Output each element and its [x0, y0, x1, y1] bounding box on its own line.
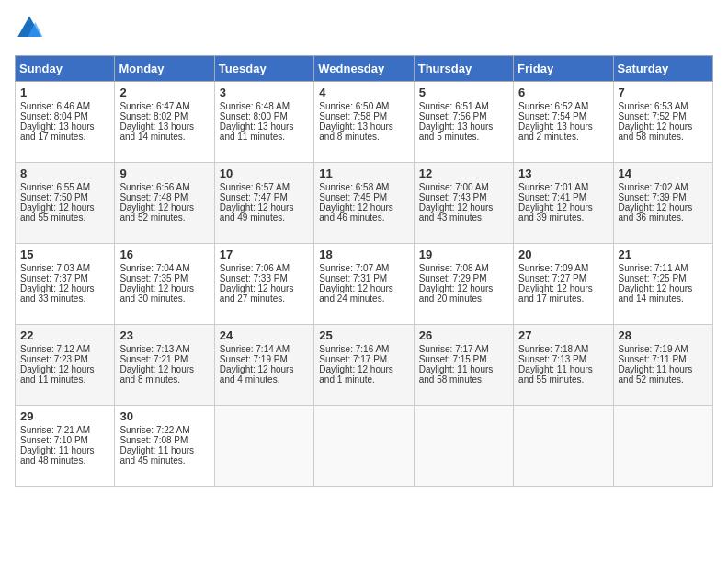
day-number: 2 — [119, 86, 209, 99]
day-info-line: Daylight: 12 hours — [20, 283, 109, 293]
day-number: 20 — [518, 247, 608, 261]
day-info-line: Daylight: 13 hours — [119, 121, 209, 132]
calendar-cell: 13Sunrise: 7:01 AMSunset: 7:41 PMDayligh… — [514, 163, 613, 244]
day-info-line: Sunrise: 6:47 AM — [119, 101, 209, 111]
calendar-cell: 9Sunrise: 6:56 AMSunset: 7:48 PMDaylight… — [115, 163, 214, 244]
calendar-cell: 19Sunrise: 7:08 AMSunset: 7:29 PMDayligh… — [414, 244, 513, 325]
weekday-header: Monday — [115, 56, 214, 82]
day-info-line: and 55 minutes. — [518, 374, 608, 385]
calendar-cell — [314, 406, 414, 487]
day-info-line: Sunrise: 6:52 AM — [518, 101, 608, 111]
weekday-header: Saturday — [613, 56, 712, 82]
day-info-line: Sunrise: 6:55 AM — [20, 182, 109, 192]
day-info-line: Daylight: 12 hours — [619, 121, 708, 132]
day-number: 25 — [319, 328, 408, 342]
calendar-cell: 6Sunrise: 6:52 AMSunset: 7:54 PMDaylight… — [514, 82, 613, 163]
day-info-line: Daylight: 12 hours — [220, 364, 309, 374]
day-info-line: Daylight: 12 hours — [518, 202, 608, 213]
day-number: 16 — [119, 247, 209, 261]
day-info-line: Sunrise: 7:18 AM — [518, 344, 608, 354]
day-number: 30 — [119, 409, 209, 423]
calendar-cell: 26Sunrise: 7:17 AMSunset: 7:15 PMDayligh… — [414, 325, 513, 406]
calendar-cell: 16Sunrise: 7:04 AMSunset: 7:35 PMDayligh… — [115, 244, 214, 325]
day-info-line: Sunrise: 6:48 AM — [220, 101, 309, 111]
day-info-line: Daylight: 12 hours — [419, 283, 508, 293]
day-number: 10 — [220, 167, 309, 180]
day-info-line: Sunset: 7:45 PM — [319, 192, 408, 202]
day-number: 1 — [20, 86, 109, 99]
calendar-cell: 12Sunrise: 7:00 AMSunset: 7:43 PMDayligh… — [414, 163, 513, 244]
day-info-line: Sunset: 7:48 PM — [119, 192, 209, 202]
calendar-table: SundayMondayTuesdayWednesdayThursdayFrid… — [15, 55, 713, 487]
day-info-line: Daylight: 13 hours — [20, 121, 109, 132]
calendar-cell: 3Sunrise: 6:48 AMSunset: 8:00 PMDaylight… — [214, 82, 313, 163]
day-info-line: Sunrise: 7:22 AM — [119, 425, 209, 435]
day-info-line: Sunset: 7:10 PM — [20, 435, 109, 445]
day-info-line: Sunset: 7:41 PM — [518, 192, 608, 202]
calendar-cell: 22Sunrise: 7:12 AMSunset: 7:23 PMDayligh… — [16, 325, 115, 406]
day-info-line: Sunrise: 6:58 AM — [319, 182, 408, 192]
day-info-line: Sunset: 7:19 PM — [220, 354, 309, 364]
day-number: 17 — [220, 247, 309, 261]
day-info-line: and 30 minutes. — [119, 293, 209, 304]
day-info-line: Sunrise: 6:51 AM — [419, 101, 508, 111]
calendar-week-row: 22Sunrise: 7:12 AMSunset: 7:23 PMDayligh… — [16, 325, 713, 406]
calendar-cell: 28Sunrise: 7:19 AMSunset: 7:11 PMDayligh… — [613, 325, 712, 406]
day-number: 11 — [319, 167, 408, 180]
day-info-line: Sunset: 7:31 PM — [319, 273, 408, 283]
day-info-line: Daylight: 12 hours — [619, 202, 708, 213]
calendar-week-row: 1Sunrise: 6:46 AMSunset: 8:04 PMDaylight… — [16, 82, 713, 163]
day-info-line: Daylight: 12 hours — [220, 283, 309, 293]
calendar-cell: 27Sunrise: 7:18 AMSunset: 7:13 PMDayligh… — [514, 325, 613, 406]
day-info-line: Daylight: 12 hours — [518, 283, 608, 293]
day-info-line: Sunset: 7:13 PM — [518, 354, 608, 364]
day-info-line: Sunset: 7:37 PM — [20, 273, 109, 283]
day-info-line: and 14 minutes. — [119, 132, 209, 142]
day-number: 15 — [20, 247, 109, 261]
day-info-line: Daylight: 13 hours — [220, 121, 309, 132]
day-number: 12 — [419, 167, 508, 180]
day-info-line: Sunrise: 7:08 AM — [419, 263, 508, 273]
day-info-line: Daylight: 11 hours — [419, 364, 508, 374]
day-info-line: and 52 minutes. — [119, 213, 209, 223]
calendar-cell — [214, 406, 313, 487]
calendar-cell: 10Sunrise: 6:57 AMSunset: 7:47 PMDayligh… — [214, 163, 313, 244]
calendar-cell: 23Sunrise: 7:13 AMSunset: 7:21 PMDayligh… — [115, 325, 214, 406]
day-info-line: Sunset: 7:08 PM — [119, 435, 209, 445]
calendar-cell: 7Sunrise: 6:53 AMSunset: 7:52 PMDaylight… — [613, 82, 712, 163]
day-info-line: and 20 minutes. — [419, 293, 508, 304]
day-info-line: and 17 minutes. — [518, 293, 608, 304]
day-number: 4 — [319, 86, 408, 99]
day-info-line: Sunset: 7:11 PM — [619, 354, 708, 364]
day-number: 18 — [319, 247, 408, 261]
day-info-line: Sunrise: 7:01 AM — [518, 182, 608, 192]
day-info-line: and 11 minutes. — [220, 132, 309, 142]
calendar-cell — [414, 406, 513, 487]
calendar-cell: 8Sunrise: 6:55 AMSunset: 7:50 PMDaylight… — [16, 163, 115, 244]
day-info-line: and 2 minutes. — [518, 132, 608, 142]
day-info-line: Sunrise: 7:16 AM — [319, 344, 408, 354]
day-info-line: and 55 minutes. — [20, 213, 109, 223]
day-number: 14 — [619, 167, 708, 180]
day-info-line: and 8 minutes. — [319, 132, 408, 142]
day-info-line: Sunset: 8:02 PM — [119, 111, 209, 121]
day-info-line: Sunset: 7:15 PM — [419, 354, 508, 364]
day-info-line: and 46 minutes. — [319, 213, 408, 223]
calendar-cell: 18Sunrise: 7:07 AMSunset: 7:31 PMDayligh… — [314, 244, 414, 325]
calendar-cell: 21Sunrise: 7:11 AMSunset: 7:25 PMDayligh… — [613, 244, 712, 325]
day-info-line: Sunset: 7:17 PM — [319, 354, 408, 364]
day-number: 21 — [619, 247, 708, 261]
day-info-line: Daylight: 11 hours — [619, 364, 708, 374]
calendar-week-row: 8Sunrise: 6:55 AMSunset: 7:50 PMDaylight… — [16, 163, 713, 244]
calendar-cell: 1Sunrise: 6:46 AMSunset: 8:04 PMDaylight… — [16, 82, 115, 163]
day-info-line: Daylight: 12 hours — [20, 202, 109, 213]
day-info-line: Sunset: 8:04 PM — [20, 111, 109, 121]
day-info-line: Sunset: 8:00 PM — [220, 111, 309, 121]
day-info-line: and 39 minutes. — [518, 213, 608, 223]
day-info-line: and 48 minutes. — [20, 455, 109, 465]
day-number: 27 — [518, 328, 608, 342]
calendar-cell — [514, 406, 613, 487]
calendar-cell: 5Sunrise: 6:51 AMSunset: 7:56 PMDaylight… — [414, 82, 513, 163]
day-number: 26 — [419, 328, 508, 342]
calendar-week-row: 29Sunrise: 7:21 AMSunset: 7:10 PMDayligh… — [16, 406, 713, 487]
